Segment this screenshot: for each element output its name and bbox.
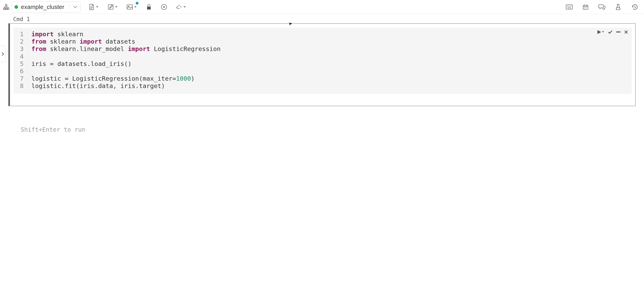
svg-rect-0	[5, 4, 7, 6]
sitemap-icon[interactable]	[3, 4, 9, 10]
comments-button[interactable]	[598, 3, 606, 11]
svg-rect-3	[7, 8, 9, 10]
code-line[interactable]: 7logistic = LogisticRegression(max_iter=…	[14, 75, 632, 82]
line-number: 3	[14, 45, 28, 53]
code-line[interactable]: 1import sklearn	[14, 31, 632, 38]
revision-history-button[interactable]	[630, 3, 638, 11]
cell-actions	[597, 30, 628, 35]
edit-menu-button[interactable]	[107, 3, 115, 11]
schedule-button[interactable]	[582, 3, 590, 11]
chevron-down-icon[interactable]	[73, 6, 78, 8]
experiments-button[interactable]	[614, 3, 622, 11]
svg-rect-11	[616, 32, 620, 33]
right-toolbar	[565, 3, 641, 11]
code-line[interactable]: 6	[14, 68, 632, 75]
code-line[interactable]: 2from sklearn import datasets	[14, 38, 632, 45]
line-number: 6	[14, 68, 28, 75]
notebook-toolbar: example_cluster	[0, 0, 644, 14]
svg-rect-9	[566, 5, 572, 9]
clear-menu-button[interactable]	[175, 3, 183, 11]
close-cell-button[interactable]	[624, 30, 628, 34]
code-text[interactable]: import sklearn	[28, 31, 83, 38]
line-number: 1	[14, 31, 28, 38]
svg-rect-1	[4, 8, 5, 10]
svg-point-6	[128, 6, 129, 7]
svg-rect-7	[147, 7, 151, 10]
code-line[interactable]: 4	[14, 53, 632, 60]
notebook-cell[interactable]: 1import sklearn2from sklearn import data…	[8, 23, 636, 106]
cluster-selector[interactable]: example_cluster	[12, 2, 80, 12]
code-text[interactable]: from sklearn.linear_model import Logisti…	[28, 45, 221, 53]
svg-rect-5	[127, 5, 132, 9]
line-number: 7	[14, 75, 28, 82]
file-menu-button[interactable]	[88, 3, 96, 11]
line-number: 8	[14, 82, 28, 90]
svg-rect-4	[108, 5, 113, 9]
line-number: 5	[14, 60, 28, 68]
confirm-icon[interactable]	[608, 30, 612, 34]
cell-label: Cmd 1	[0, 14, 644, 23]
notification-dot	[136, 2, 138, 5]
code-editor[interactable]: 1import sklearn2from sklearn import data…	[14, 28, 632, 94]
code-text[interactable]	[28, 68, 35, 75]
code-line[interactable]: 8logistic.fit(iris.data, iris.target)	[14, 82, 632, 90]
sidebar-expand-button[interactable]	[0, 46, 6, 62]
code-text[interactable]	[28, 53, 35, 60]
code-line[interactable]: 3from sklearn.linear_model import Logist…	[14, 45, 632, 53]
cluster-status-dot	[14, 5, 18, 9]
collapse-cell-button[interactable]	[616, 32, 620, 33]
cluster-name: example_cluster	[21, 4, 64, 10]
run-all-button[interactable]	[160, 3, 168, 11]
run-hint: Shift+Enter to run	[0, 106, 644, 133]
divider	[69, 4, 70, 11]
svg-rect-2	[5, 8, 7, 10]
code-text[interactable]: logistic.fit(iris.data, iris.target)	[28, 82, 165, 90]
permissions-lock-button[interactable]	[145, 3, 153, 11]
code-text[interactable]: iris = datasets.load_iris()	[28, 60, 132, 68]
code-text[interactable]: from sklearn import datasets	[28, 38, 135, 45]
insert-image-button[interactable]	[126, 3, 134, 11]
line-number: 2	[14, 38, 28, 45]
code-text[interactable]: logistic = LogisticRegression(max_iter=1…	[28, 75, 194, 82]
code-line[interactable]: 5iris = datasets.load_iris()	[14, 60, 632, 68]
line-number: 4	[14, 53, 28, 60]
run-cell-button[interactable]	[597, 30, 604, 35]
keyboard-shortcuts-button[interactable]	[565, 3, 573, 11]
